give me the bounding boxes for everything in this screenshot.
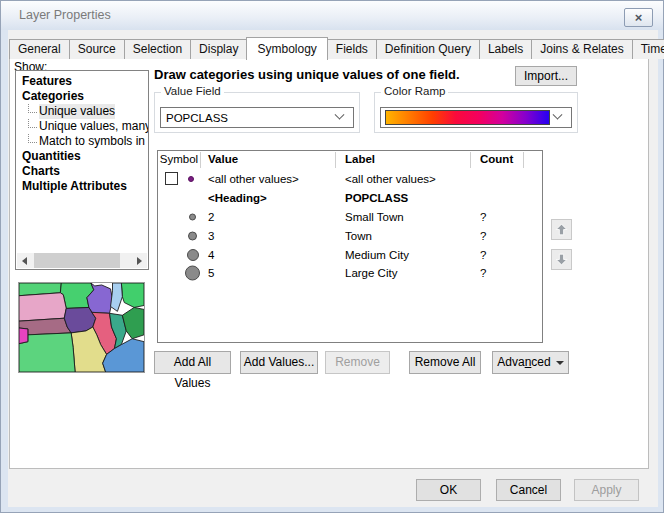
tree-horizontal-scrollbar[interactable] xyxy=(17,253,147,268)
value-cell[interactable]: 3 xyxy=(200,230,335,242)
tree-item-features[interactable]: Features xyxy=(16,74,148,89)
tab-definition-query[interactable]: Definition Query xyxy=(376,39,480,59)
import-button[interactable]: Import... xyxy=(515,66,577,86)
symbol-cell[interactable] xyxy=(158,169,200,188)
advanced-button[interactable]: Advanced xyxy=(492,351,569,374)
tree-item-match-symbols[interactable]: Match to symbols in a xyxy=(16,134,148,149)
map-preview-svg xyxy=(19,283,144,372)
tab-general[interactable]: General xyxy=(9,39,70,59)
dialog-title: Layer Properties xyxy=(19,8,111,22)
move-value-up-button[interactable] xyxy=(551,219,572,240)
column-header-value[interactable]: Value xyxy=(208,153,238,165)
scrollbar-thumb[interactable] xyxy=(34,253,120,268)
unique-values-table[interactable]: Symbol Value Label Count <all other valu… xyxy=(157,150,543,343)
close-icon[interactable]: × xyxy=(624,8,653,27)
color-ramp-dropdown[interactable] xyxy=(380,107,572,128)
table-header: Symbol Value Label Count xyxy=(158,151,542,169)
chevron-down-icon xyxy=(553,110,563,120)
map-state-michigan xyxy=(121,283,144,307)
scroll-right-icon[interactable] xyxy=(132,253,147,268)
tab-time[interactable]: Time xyxy=(632,39,664,59)
table-row-large-city[interactable]: 5 Large City ? xyxy=(158,263,520,282)
symbol-cell[interactable] xyxy=(158,207,200,226)
ok-button[interactable]: OK xyxy=(416,479,481,501)
add-all-values-button[interactable]: Add All Values xyxy=(154,351,231,374)
add-values-button[interactable]: Add Values... xyxy=(240,351,318,374)
table-row-heading[interactable]: <Heading> POPCLASS xyxy=(158,188,520,207)
arrow-up-icon xyxy=(554,222,569,237)
table-row-town[interactable]: 3 Town ? xyxy=(158,226,520,245)
tree-item-unique-values[interactable]: Unique values xyxy=(16,104,148,119)
symbol-cell[interactable] xyxy=(158,226,200,245)
apply-button: Apply xyxy=(574,479,639,501)
tree-item-unique-values-many[interactable]: Unique values, many xyxy=(16,119,148,134)
point-symbol-icon[interactable] xyxy=(187,249,199,261)
point-symbol-icon[interactable] xyxy=(189,213,196,220)
scroll-left-icon[interactable] xyxy=(17,253,32,268)
label-cell[interactable]: Large City xyxy=(335,267,470,279)
value-field-group: Value Field POPCLASS xyxy=(154,92,360,133)
map-state-south-dakota xyxy=(19,293,66,321)
all-other-values-checkbox[interactable] xyxy=(165,172,178,185)
point-symbol-icon[interactable] xyxy=(188,231,197,240)
tab-labels[interactable]: Labels xyxy=(479,39,532,59)
table-row-all-other-values[interactable]: <all other values> <all other values> xyxy=(158,169,520,188)
column-header-symbol[interactable]: Symbol xyxy=(158,153,200,165)
titlebar[interactable]: Layer Properties × xyxy=(1,1,663,30)
move-value-down-button[interactable] xyxy=(551,249,572,270)
count-cell: ? xyxy=(470,267,520,279)
tab-joins-relates[interactable]: Joins & Relates xyxy=(531,39,632,59)
tab-source[interactable]: Source xyxy=(69,39,125,59)
count-cell: ? xyxy=(470,230,520,242)
column-header-count[interactable]: Count xyxy=(480,153,513,165)
point-symbol-icon[interactable] xyxy=(185,265,200,280)
remove-all-button[interactable]: Remove All xyxy=(409,351,481,374)
map-state-colorado xyxy=(19,328,28,344)
symbology-tab-page: Show: Features Categories Unique values … xyxy=(9,58,649,469)
column-divider xyxy=(335,152,336,168)
tree-elbow-icon xyxy=(28,104,37,113)
value-field-selected: POPCLASS xyxy=(161,112,336,124)
cancel-button[interactable]: Cancel xyxy=(496,479,561,501)
dropdown-caret-icon xyxy=(556,361,564,365)
color-ramp-gradient xyxy=(385,110,550,125)
label-cell[interactable]: Medium City xyxy=(335,249,470,261)
count-cell: ? xyxy=(470,249,520,261)
symbol-cell xyxy=(158,188,200,207)
color-ramp-group-label: Color Ramp xyxy=(381,85,448,97)
advanced-button-label: Advanced xyxy=(497,352,550,373)
label-cell[interactable]: Town xyxy=(335,230,470,242)
count-cell: ? xyxy=(470,211,520,223)
remove-button: Remove xyxy=(325,351,390,374)
label-cell[interactable]: <all other values> xyxy=(335,173,470,185)
map-lake-michigan xyxy=(111,283,123,311)
tree-item-charts[interactable]: Charts xyxy=(16,164,148,179)
value-cell[interactable]: 4 xyxy=(200,249,335,261)
value-cell[interactable]: <all other values> xyxy=(200,173,335,185)
tree-item-multiple-attributes[interactable]: Multiple Attributes xyxy=(16,179,148,194)
tree-elbow-icon xyxy=(28,134,37,143)
tab-strip: General Source Selection Display Symbolo… xyxy=(9,37,664,59)
table-row-small-town[interactable]: 2 Small Town ? xyxy=(158,207,520,226)
symbol-cell[interactable] xyxy=(158,263,200,282)
symbol-cell[interactable] xyxy=(158,245,200,264)
map-preview-thumbnail xyxy=(18,282,145,373)
column-header-label[interactable]: Label xyxy=(345,153,375,165)
tab-fields[interactable]: Fields xyxy=(327,39,377,59)
tab-display[interactable]: Display xyxy=(190,39,247,59)
chevron-down-icon xyxy=(335,110,345,120)
tree-item-quantities[interactable]: Quantities xyxy=(16,149,148,164)
value-cell[interactable]: 2 xyxy=(200,211,335,223)
value-cell[interactable]: <Heading> xyxy=(200,192,335,204)
value-cell[interactable]: 5 xyxy=(200,267,335,279)
label-cell[interactable]: Small Town xyxy=(335,211,470,223)
tree-item-categories[interactable]: Categories xyxy=(16,89,148,104)
value-field-dropdown[interactable]: POPCLASS xyxy=(160,107,354,128)
tab-symbology[interactable]: Symbology xyxy=(246,37,327,60)
label-cell[interactable]: POPCLASS xyxy=(335,192,470,204)
column-divider xyxy=(470,152,471,168)
table-row-medium-city[interactable]: 4 Medium City ? xyxy=(158,245,520,264)
tab-selection[interactable]: Selection xyxy=(124,39,191,59)
show-tree-list[interactable]: Features Categories Unique values Unique… xyxy=(15,70,149,270)
all-other-values-symbol-icon xyxy=(188,176,194,182)
